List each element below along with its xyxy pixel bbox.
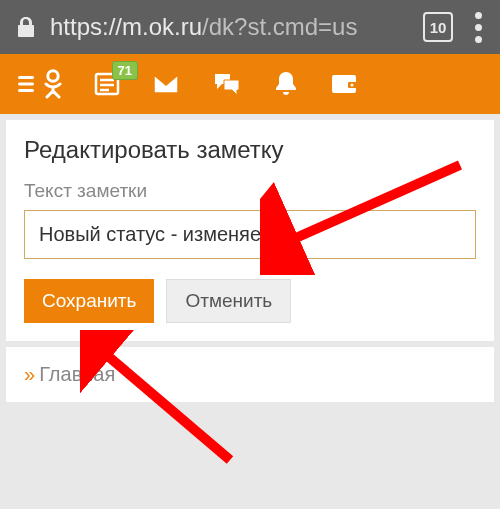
lock-icon (16, 16, 36, 38)
payments-icon[interactable] (330, 72, 358, 96)
feed-icon[interactable]: 71 (94, 71, 120, 97)
edit-note-card: Редактировать заметку Текст заметки Сохр… (6, 120, 494, 341)
url-text[interactable]: https://m.ok.ru/dk?st.cmd=us (50, 13, 409, 41)
hamburger-icon (18, 75, 40, 93)
home-link[interactable]: »Главная (24, 363, 115, 385)
feed-badge: 71 (112, 61, 138, 80)
svg-point-10 (351, 84, 354, 87)
url-host: m.ok.ru (122, 13, 202, 40)
site-nav: 71 (0, 54, 500, 114)
svg-rect-0 (18, 76, 34, 79)
save-button[interactable]: Сохранить (24, 279, 154, 323)
url-path: /dk?st.cmd=us (202, 13, 357, 40)
messages-icon[interactable] (152, 73, 180, 95)
button-row: Сохранить Отменить (24, 279, 476, 323)
url-scheme: https:// (50, 13, 122, 40)
input-label: Текст заметки (24, 180, 476, 202)
home-link-label: Главная (39, 363, 115, 385)
browser-menu-icon[interactable] (467, 12, 490, 43)
ok-logo-icon (44, 69, 62, 99)
footer-card: »Главная (6, 347, 494, 402)
raquo-icon: » (24, 363, 35, 385)
svg-point-3 (48, 71, 58, 81)
tab-count-value: 10 (430, 19, 447, 36)
svg-rect-1 (18, 83, 34, 86)
card-heading: Редактировать заметку (24, 136, 476, 164)
note-text-input[interactable] (24, 210, 476, 259)
content-area: Редактировать заметку Текст заметки Сохр… (0, 114, 500, 408)
notifications-icon[interactable] (274, 70, 298, 98)
menu-logo[interactable] (18, 69, 62, 99)
svg-rect-2 (18, 89, 34, 92)
discussions-icon[interactable] (212, 71, 242, 97)
cancel-button[interactable]: Отменить (166, 279, 291, 323)
tab-switcher[interactable]: 10 (423, 12, 453, 42)
browser-address-bar: https://m.ok.ru/dk?st.cmd=us 10 (0, 0, 500, 54)
